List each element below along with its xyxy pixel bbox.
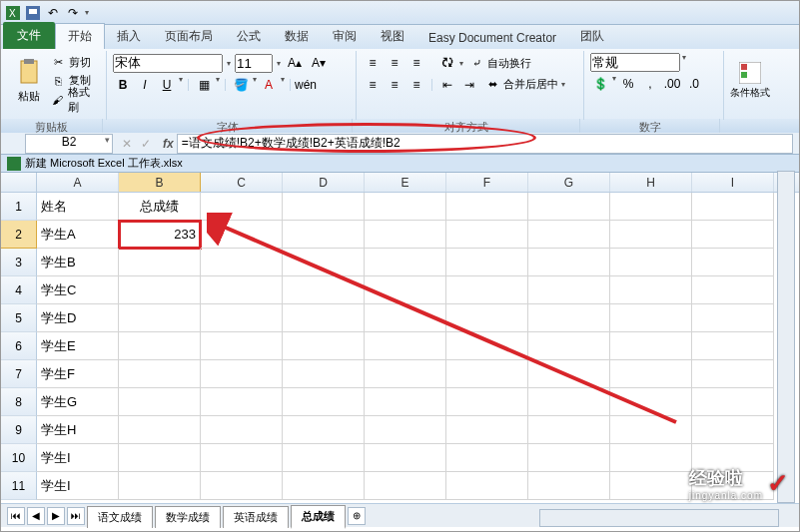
row-header[interactable]: 11 bbox=[1, 472, 37, 500]
cell[interactable] bbox=[446, 360, 528, 388]
bold-button[interactable]: B bbox=[113, 75, 133, 95]
tab-review[interactable]: 审阅 bbox=[321, 24, 369, 49]
cell[interactable] bbox=[365, 472, 446, 500]
cell[interactable]: 姓名 bbox=[37, 193, 119, 221]
cell[interactable] bbox=[446, 221, 528, 249]
comma-icon[interactable]: , bbox=[640, 74, 660, 94]
cell[interactable] bbox=[446, 472, 528, 500]
underline-button[interactable]: U bbox=[157, 75, 177, 95]
cell[interactable] bbox=[610, 332, 692, 360]
cell[interactable] bbox=[283, 388, 365, 416]
cell[interactable] bbox=[283, 276, 365, 304]
tab-formulas[interactable]: 公式 bbox=[225, 24, 273, 49]
font-name-combo[interactable] bbox=[113, 54, 223, 73]
cell[interactable] bbox=[119, 472, 201, 500]
cell[interactable] bbox=[201, 249, 283, 276]
tab-view[interactable]: 视图 bbox=[369, 24, 416, 49]
cell[interactable] bbox=[446, 444, 528, 472]
cell[interactable] bbox=[365, 193, 446, 221]
cell[interactable] bbox=[528, 304, 610, 332]
cell[interactable] bbox=[283, 332, 365, 360]
cell[interactable] bbox=[283, 444, 365, 472]
cell[interactable] bbox=[365, 444, 446, 472]
cell[interactable] bbox=[201, 360, 283, 388]
align-middle-icon[interactable]: ≡ bbox=[385, 53, 404, 73]
sheet-nav-next[interactable]: ▶ bbox=[47, 507, 65, 525]
sheet-tab-chinese[interactable]: 语文成绩 bbox=[87, 506, 153, 528]
cell[interactable] bbox=[610, 360, 692, 388]
increase-decimal-icon[interactable]: .00 bbox=[662, 74, 682, 94]
cell[interactable] bbox=[446, 249, 528, 276]
cell[interactable] bbox=[365, 332, 446, 360]
font-size-combo[interactable] bbox=[235, 54, 273, 73]
cell[interactable] bbox=[446, 388, 528, 416]
cell[interactable] bbox=[610, 193, 692, 221]
cell[interactable] bbox=[119, 276, 201, 304]
tab-edc[interactable]: Easy Document Creator bbox=[416, 27, 568, 49]
chevron-down-icon[interactable]: ▾ bbox=[227, 59, 231, 68]
col-header-F[interactable]: F bbox=[446, 173, 528, 192]
cell[interactable]: 学生I bbox=[37, 444, 119, 472]
chevron-down-icon[interactable]: ▾ bbox=[216, 75, 220, 95]
col-header-I[interactable]: I bbox=[692, 173, 774, 192]
col-header-H[interactable]: H bbox=[610, 173, 692, 192]
cell[interactable] bbox=[119, 249, 201, 276]
sheet-tab-total[interactable]: 总成绩 bbox=[291, 505, 346, 529]
cell[interactable] bbox=[692, 332, 774, 360]
name-box[interactable]: B2 bbox=[25, 134, 113, 154]
cell[interactable] bbox=[610, 249, 692, 276]
cell[interactable] bbox=[283, 416, 365, 444]
cell[interactable] bbox=[692, 360, 774, 388]
redo-icon[interactable]: ↷ bbox=[65, 5, 81, 21]
cell[interactable] bbox=[610, 416, 692, 444]
cell[interactable] bbox=[446, 304, 528, 332]
cell[interactable] bbox=[692, 416, 774, 444]
cell[interactable] bbox=[119, 332, 201, 360]
decrease-indent-icon[interactable]: ⇤ bbox=[437, 75, 457, 95]
qat-customize-icon[interactable]: ▾ bbox=[85, 8, 89, 17]
cell[interactable] bbox=[365, 304, 446, 332]
cell[interactable] bbox=[610, 276, 692, 304]
cell[interactable] bbox=[201, 193, 283, 221]
tab-file[interactable]: 文件 bbox=[3, 22, 55, 49]
align-left-icon[interactable]: ≡ bbox=[363, 75, 383, 95]
tab-layout[interactable]: 页面布局 bbox=[153, 24, 225, 49]
tab-insert[interactable]: 插入 bbox=[105, 24, 153, 49]
cell[interactable]: 学生D bbox=[37, 304, 119, 332]
col-header-E[interactable]: E bbox=[365, 173, 446, 192]
cell[interactable] bbox=[201, 332, 283, 360]
cell[interactable]: 学生C bbox=[37, 276, 119, 304]
cell[interactable] bbox=[528, 388, 610, 416]
cell[interactable]: 总成绩 bbox=[119, 193, 201, 221]
cell[interactable] bbox=[119, 304, 201, 332]
undo-icon[interactable]: ↶ bbox=[45, 5, 61, 21]
cell[interactable]: 学生E bbox=[37, 332, 119, 360]
cell[interactable] bbox=[528, 472, 610, 500]
cell[interactable] bbox=[283, 249, 365, 276]
cell[interactable] bbox=[692, 276, 774, 304]
cell[interactable] bbox=[201, 221, 283, 249]
sheet-nav-last[interactable]: ⏭ bbox=[67, 507, 85, 525]
cell[interactable] bbox=[201, 416, 283, 444]
row-header[interactable]: 8 bbox=[1, 388, 37, 416]
row-header[interactable]: 7 bbox=[1, 360, 37, 388]
cell[interactable] bbox=[692, 304, 774, 332]
fill-color-button[interactable]: 🪣 bbox=[231, 75, 251, 95]
currency-icon[interactable]: 💲 bbox=[590, 74, 610, 94]
col-header-G[interactable]: G bbox=[528, 173, 610, 192]
cell[interactable] bbox=[528, 444, 610, 472]
cell[interactable] bbox=[528, 360, 610, 388]
cell[interactable] bbox=[201, 304, 283, 332]
row-header[interactable]: 6 bbox=[1, 332, 37, 360]
formula-bar[interactable]: =语文成绩!B2+数学成绩!B2+英语成绩!B2 bbox=[177, 134, 793, 154]
cell[interactable] bbox=[283, 472, 365, 500]
vertical-scrollbar[interactable] bbox=[777, 171, 795, 503]
align-center-icon[interactable]: ≡ bbox=[385, 75, 404, 95]
cell[interactable] bbox=[119, 360, 201, 388]
cell[interactable] bbox=[610, 388, 692, 416]
chevron-down-icon[interactable]: ▾ bbox=[277, 59, 281, 68]
cell[interactable] bbox=[446, 416, 528, 444]
sheet-nav-prev[interactable]: ◀ bbox=[27, 507, 45, 525]
row-header[interactable]: 10 bbox=[1, 444, 37, 472]
cell[interactable] bbox=[692, 249, 774, 276]
